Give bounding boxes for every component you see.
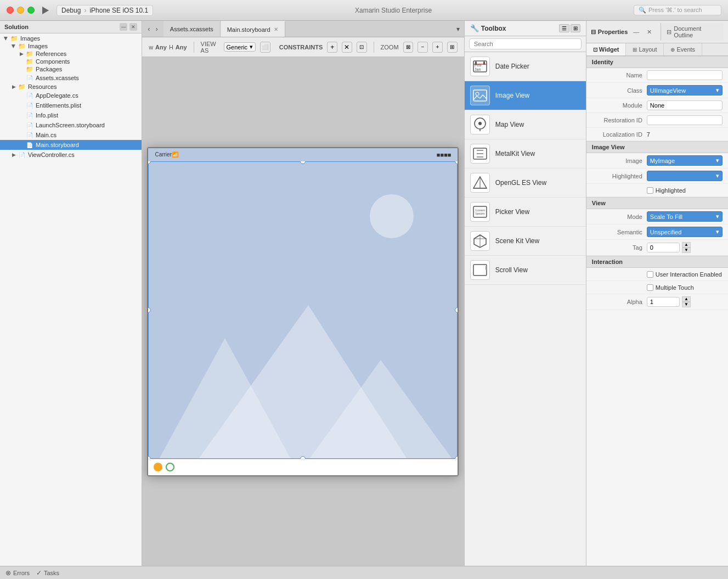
sidebar-close-btn[interactable]: ✕ (129, 23, 137, 31)
sun-decoration (370, 194, 414, 238)
zoom-actual-btn[interactable]: ⊞ (447, 42, 458, 53)
semantic-select[interactable]: Unspecified ▾ (647, 227, 723, 237)
aspect-btn[interactable]: ⬜ (260, 42, 270, 53)
scheme-selector[interactable]: Debug › iPhone SE iOS 10.1 (57, 5, 153, 16)
module-input[interactable] (647, 100, 723, 110)
stepper-up-btn[interactable]: ▲ (682, 242, 691, 248)
multiple-touch-checkbox[interactable] (647, 284, 653, 291)
tag-stepper: ▲ ▼ (647, 242, 723, 253)
image-select[interactable]: MyImage ▾ (647, 155, 723, 166)
multiple-touch-label[interactable]: Multiple Touch (647, 284, 723, 291)
file-plist-icon: 📄 (25, 111, 34, 120)
toolbar: w Any H Any VIEW AS Generic ▾ ⬜ CONSTRAI… (142, 37, 464, 57)
highlighted-select[interactable]: ▾ (647, 171, 723, 181)
toolbox-search-input[interactable] (469, 38, 582, 49)
user-interaction-label[interactable]: User Interaction Enabled (647, 271, 723, 278)
chevron-down-icon: ▾ (716, 172, 719, 179)
toolbox-item-opengl-view[interactable]: OpenGL ES View (465, 168, 586, 198)
generic-select[interactable]: Generic ▾ (224, 42, 256, 52)
zoom-out-btn[interactable]: − (417, 42, 428, 53)
tab-widget[interactable]: ⊡ Widget (586, 43, 627, 55)
sidebar-item-launchscreen[interactable]: ▶ 📄 LaunchScreen.storyboard (0, 120, 142, 130)
maximize-button[interactable] (27, 7, 35, 14)
handle-bottom-right[interactable] (455, 456, 458, 459)
battery-icon: ■■■■ (437, 151, 452, 158)
sidebar-item-packages[interactable]: ▶ 📁 Packages (0, 65, 142, 73)
prop-module: Module (586, 98, 728, 113)
toolbox-grid-btn[interactable]: ⊞ (571, 24, 580, 32)
toolbox-item-image-view[interactable]: Image View (465, 81, 586, 110)
toolbox-item-date-picker[interactable]: JanFeb Date Picker (465, 52, 586, 81)
toolbox-item-metalkit-view[interactable]: MetalKit View (465, 139, 586, 168)
prop-value: ▲ ▼ (647, 242, 723, 253)
run-button[interactable] (39, 4, 52, 17)
sidebar-title: Solution (4, 24, 29, 30)
toolbox-item-scenekit-view[interactable]: Scene Kit View (465, 227, 586, 256)
highlighted-checkbox-label[interactable]: Highlighted (647, 187, 723, 194)
tab-close-btn[interactable]: ✕ (274, 26, 278, 32)
handle-top-center[interactable] (300, 161, 306, 164)
properties-close-btn[interactable]: ✕ (645, 28, 654, 36)
tab-main-storyboard[interactable]: Main.storyboard ✕ (221, 21, 285, 37)
remove-constraint-btn[interactable]: ✕ (342, 42, 352, 53)
folder-icon: 📁 (18, 43, 26, 49)
sidebar-item-entitlements[interactable]: ▶ 📄 Entitlements.plist (0, 100, 142, 110)
user-interaction-checkbox[interactable] (647, 271, 653, 278)
handle-bottom-left[interactable] (148, 456, 151, 459)
handle-top-left[interactable] (148, 161, 151, 164)
sidebar-item-info-plist[interactable]: ▶ 📄 Info.plist (0, 110, 142, 120)
prop-value: ▲ ▼ (647, 296, 723, 307)
tab-events[interactable]: ⊕ Events (664, 43, 702, 55)
sidebar-item-images-root[interactable]: ▶ 📁 Images (0, 35, 142, 42)
restoration-input[interactable] (647, 115, 723, 125)
mode-select[interactable]: Scale To Fill ▾ (647, 211, 723, 222)
class-select[interactable]: UIImageView ▾ (647, 85, 723, 95)
name-input[interactable] (647, 70, 723, 80)
prop-label: Tag (592, 244, 647, 251)
sidebar-item-viewcontroller[interactable]: ▶ 📄 ViewController.cs (0, 150, 142, 160)
alpha-input[interactable] (647, 297, 680, 307)
toolbox-item-scroll-view[interactable]: Scroll View (465, 256, 586, 285)
search-bar[interactable]: 🔍 Press '⌘.' to search (634, 5, 721, 15)
sidebar-item-appdelegate[interactable]: ▶ 📄 AppDelegate.cs (0, 91, 142, 100)
sidebar-item-label: AppDelegate.cs (36, 92, 78, 99)
tab-prev-btn[interactable]: ‹ (145, 24, 152, 34)
handle-middle-left[interactable] (148, 307, 151, 313)
sidebar-item-references[interactable]: ▶ 📁 References (0, 50, 142, 58)
zoom-in-btn[interactable]: + (432, 42, 443, 53)
warning-indicator[interactable] (154, 463, 162, 471)
minimize-button[interactable] (17, 7, 24, 14)
stepper-down-btn[interactable]: ▼ (682, 248, 691, 253)
stepper-down-btn[interactable]: ▼ (682, 302, 691, 307)
tasks-status[interactable]: ✓ Tasks (36, 569, 59, 577)
toolbox-list-btn[interactable]: ☰ (559, 24, 569, 32)
stepper-up-btn[interactable]: ▲ (682, 296, 691, 302)
toolbox-icon: 🔧 (470, 24, 479, 32)
sidebar-item-main-storyboard[interactable]: ▶ 📄 Main.storyboard (0, 140, 142, 150)
tab-assets[interactable]: Assets.xcassets (163, 21, 221, 37)
toolbox-item-picker-view[interactable]: LoremIpsum Picker View (465, 198, 586, 227)
errors-status[interactable]: ⊗ Errors (5, 569, 30, 577)
layout-btn[interactable]: ⊡ (357, 42, 367, 53)
tab-layout[interactable]: ⊞ Layout (626, 43, 664, 55)
sidebar-item-components[interactable]: ▶ 📁 Components (0, 58, 142, 65)
properties-minimize-btn[interactable]: — (631, 28, 641, 36)
tab-more-btn[interactable]: ▾ (452, 21, 464, 37)
highlighted-checkbox[interactable] (647, 187, 653, 194)
add-constraint-btn[interactable]: + (327, 42, 337, 53)
sidebar-item-resources[interactable]: ▶ 📁 Resources (0, 83, 142, 91)
toolbox-item-map-view[interactable]: Map View (465, 110, 586, 139)
close-button[interactable] (7, 7, 14, 14)
handle-middle-right[interactable] (455, 307, 458, 313)
sidebar-item-images-sub[interactable]: ▶ 📁 Images (0, 42, 142, 50)
zoom-fit-btn[interactable]: ⊠ (403, 42, 414, 53)
tag-input[interactable] (647, 243, 680, 252)
tab-label: Events (676, 46, 695, 53)
sidebar-minimize-btn[interactable]: — (120, 23, 127, 31)
document-outline-tab[interactable]: ⊟ Document Outline (661, 23, 724, 41)
sidebar-item-assets[interactable]: ▶ 📄 Assets.xcassets (0, 73, 142, 83)
handle-top-right[interactable] (455, 161, 458, 164)
ok-indicator[interactable] (166, 463, 174, 471)
sidebar-item-main-cs[interactable]: ▶ 📄 Main.cs (0, 130, 142, 140)
tab-next-btn[interactable]: › (153, 24, 160, 34)
